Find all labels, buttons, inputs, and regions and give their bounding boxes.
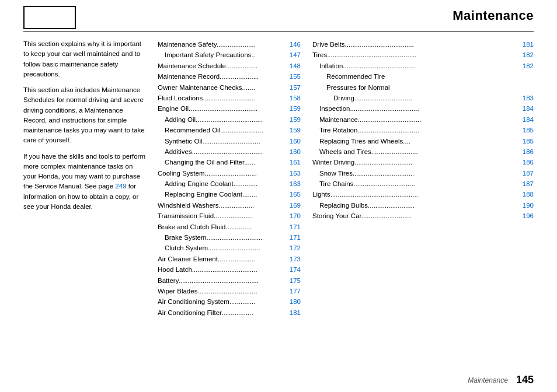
toc-entry: Replacing Engine Coolant........165 bbox=[158, 189, 301, 200]
toc-label: Brake and Clutch Fluid.............. bbox=[158, 222, 283, 232]
toc-number: 159 bbox=[284, 114, 301, 125]
toc-entry: Tires...................................… bbox=[312, 50, 534, 60]
intro-para-3: If you have the skills and tools to perf… bbox=[23, 152, 146, 212]
toc-number: 187 bbox=[517, 178, 534, 189]
toc-label: Tire Rotation...........................… bbox=[312, 125, 516, 135]
toc-number: 157 bbox=[284, 82, 301, 93]
toc-number: 183 bbox=[517, 93, 534, 103]
toc-label: Adding Oil..............................… bbox=[158, 114, 283, 125]
toc-label: Lights..................................… bbox=[312, 189, 516, 200]
toc-number: 163 bbox=[284, 178, 301, 189]
toc-label: Replacing Tires and Wheels.... bbox=[312, 136, 516, 146]
toc-entry: Windshield Washers...................169 bbox=[158, 200, 301, 211]
toc-label: Air Conditioning System.............. bbox=[158, 296, 283, 307]
toc-number: 159 bbox=[284, 125, 301, 135]
toc-number: 159 bbox=[284, 103, 301, 114]
toc-label: Driving............................... bbox=[312, 93, 516, 103]
toc-entry: Lights..................................… bbox=[312, 189, 534, 200]
toc-number: 185 bbox=[517, 125, 534, 135]
toc-label: Changing the Oil and Filter...... bbox=[158, 157, 283, 167]
toc-label: Maintenance.............................… bbox=[312, 114, 516, 125]
toc-label: Windshield Washers................... bbox=[158, 200, 283, 211]
toc-entry: Recommended Tire bbox=[312, 71, 534, 82]
toc-number: 184 bbox=[517, 114, 534, 125]
toc-number: 161 bbox=[284, 157, 301, 167]
footer-label: Maintenance bbox=[468, 376, 508, 384]
toc-label: Maintenance Schedule................. bbox=[158, 61, 283, 71]
toc-label: Recommended Tire bbox=[312, 71, 516, 82]
toc-entry: Inflation...............................… bbox=[312, 61, 534, 71]
toc-number: 146 bbox=[284, 39, 301, 50]
toc-label: Clutch System...........................… bbox=[158, 243, 283, 253]
toc-entry: Tire Rotation...........................… bbox=[312, 125, 534, 135]
toc-number: 158 bbox=[284, 93, 301, 103]
toc-entry: Adding Engine Coolant.............163 bbox=[158, 178, 301, 189]
toc-entry: Additives...............................… bbox=[158, 146, 301, 157]
toc-entry: Replacing Bulbs.........................… bbox=[312, 200, 534, 211]
toc-entry: Changing the Oil and Filter......161 bbox=[158, 157, 301, 167]
toc-number: 175 bbox=[284, 275, 301, 286]
toc-label: Tire Chains.............................… bbox=[312, 178, 516, 189]
toc-entry: Transmission Fluid.....................1… bbox=[158, 211, 301, 221]
toc-number: 163 bbox=[284, 168, 301, 178]
toc-number: 185 bbox=[517, 136, 534, 146]
left-column: This section explains why it is importan… bbox=[23, 39, 146, 318]
toc-number: 165 bbox=[284, 189, 301, 200]
toc-entry: Battery.................................… bbox=[158, 275, 301, 286]
toc-entry: Maintenance.............................… bbox=[312, 114, 534, 125]
toc-entry: Drive Belts.............................… bbox=[312, 39, 534, 50]
toc-entry: Synthetic Oil...........................… bbox=[158, 136, 301, 146]
toc-label: Hood Latch..............................… bbox=[158, 264, 283, 275]
toc-number: 171 bbox=[284, 232, 301, 243]
content-area: This section explains why it is importan… bbox=[0, 39, 557, 318]
toc-entry: Snow Tires..............................… bbox=[312, 168, 534, 178]
toc-entry: Inspection..............................… bbox=[312, 103, 534, 114]
toc-number bbox=[517, 71, 534, 82]
toc-entry: Maintenance Schedule.................148 bbox=[158, 61, 301, 71]
toc-number: 160 bbox=[284, 146, 301, 157]
toc-entry: Maintenance Safety.....................1… bbox=[158, 39, 301, 50]
toc-label: Maintenance Safety..................... bbox=[158, 39, 283, 50]
toc-entry: Air Conditioning Filter.................… bbox=[158, 307, 301, 318]
toc-label: Air Cleaner Element.................... bbox=[158, 254, 283, 264]
toc-entry: Driving...............................18… bbox=[312, 93, 534, 103]
toc-number: 173 bbox=[284, 254, 301, 264]
toc-entry: Air Cleaner Element....................1… bbox=[158, 254, 301, 264]
toc-entry: Hood Latch..............................… bbox=[158, 264, 301, 275]
toc-label: Tires...................................… bbox=[312, 50, 516, 60]
mid-toc-column: Maintenance Safety.....................1… bbox=[158, 39, 301, 318]
toc-label: Transmission Fluid..................... bbox=[158, 211, 283, 221]
toc-entry: Clutch System...........................… bbox=[158, 243, 301, 253]
toc-label: Engine Oil..............................… bbox=[158, 103, 283, 114]
toc-entry: Wiper Blades............................… bbox=[158, 286, 301, 296]
toc-entry: Fluid Locations.........................… bbox=[158, 93, 301, 103]
toc-number: 187 bbox=[517, 168, 534, 178]
right-toc-column: Drive Belts.............................… bbox=[312, 39, 534, 318]
toc-number: 186 bbox=[517, 157, 534, 167]
toc-label: Replacing Bulbs......................... bbox=[312, 200, 516, 211]
toc-entry: Owner Maintenance Checks.......157 bbox=[158, 82, 301, 93]
toc-label: Snow Tires..............................… bbox=[312, 168, 516, 178]
toc-number: 181 bbox=[284, 307, 301, 318]
toc-number: 171 bbox=[284, 222, 301, 232]
toc-label: Synthetic Oil...........................… bbox=[158, 136, 283, 146]
toc-entry: Maintenance Record.....................1… bbox=[158, 71, 301, 82]
toc-number: 155 bbox=[284, 71, 301, 82]
toc-label: Recommended Oil....................... bbox=[158, 125, 283, 135]
toc-label: Battery.................................… bbox=[158, 275, 283, 286]
toc-number: 172 bbox=[284, 243, 301, 253]
toc-number: 177 bbox=[284, 286, 301, 296]
toc-entry: Recommended Oil.......................15… bbox=[158, 125, 301, 135]
toc-entry: Storing Your Car........................… bbox=[312, 211, 534, 221]
toc-number: 196 bbox=[517, 211, 534, 221]
page-title-header: Maintenance bbox=[452, 6, 534, 23]
divider-top bbox=[23, 32, 534, 32]
page-link-249[interactable]: 249 bbox=[115, 183, 126, 190]
toc-number: 148 bbox=[284, 61, 301, 71]
toc-label: Wiper Blades............................… bbox=[158, 286, 283, 296]
toc-entry: Cooling System..........................… bbox=[158, 168, 301, 178]
toc-number: 184 bbox=[517, 103, 534, 114]
toc-number: 147 bbox=[284, 50, 301, 60]
toc-label: Drive Belts.............................… bbox=[312, 39, 516, 50]
toc-number: 182 bbox=[517, 50, 534, 60]
